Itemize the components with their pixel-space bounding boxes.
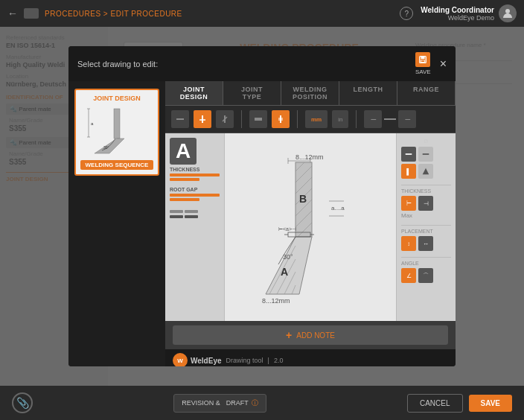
weldeye-logo: W WeldEye	[173, 353, 222, 366]
thickness-letter: A	[170, 138, 196, 165]
svg-text:⊢<a>⊣: ⊢<a>⊣	[278, 226, 296, 232]
joint-icon-3[interactable]	[216, 110, 234, 128]
tab-length[interactable]: LENGTH	[339, 81, 397, 105]
svg-rect-26	[278, 118, 283, 121]
dim-top: 8...12mm	[295, 153, 324, 161]
angle-right-label: ANGLE	[401, 261, 451, 266]
svg-text:30°: 30°	[103, 145, 109, 150]
svg-point-0	[505, 9, 510, 13]
position-icon-2[interactable]	[272, 110, 290, 128]
close-button[interactable]: ×	[440, 58, 447, 70]
right-controls: B	[396, 133, 456, 321]
thickness-right-label: THICKNESS	[401, 188, 451, 194]
top-navigation: ← PROCEDURES > EDIT PROCEDURE ? Welding …	[0, 0, 524, 27]
placement-icon-1[interactable]: ↕	[401, 236, 416, 251]
user-name: Welding Coordinator	[421, 6, 494, 14]
modal-tabs: JOINT DESIGN JOINT TYPE WELDING POSITION…	[165, 81, 456, 106]
b-icon-3[interactable]: ▌	[401, 164, 416, 179]
range-minus-2[interactable]: −	[398, 110, 416, 128]
user-sub: WeldEye Demo	[421, 14, 494, 22]
drawing-canvas: 8...12mm	[225, 133, 396, 321]
welding-sequence-label: WELDING SEQUENCE	[80, 160, 153, 170]
svg-rect-24	[255, 118, 262, 121]
b-icon-4[interactable]	[418, 164, 433, 179]
weldeye-separator: |	[268, 357, 269, 364]
joint-design-card[interactable]: JOINT DESIGN a	[74, 89, 159, 176]
icon-toolbar: mm in − −	[165, 106, 456, 133]
revision-label: REVISION &	[182, 399, 220, 407]
tab-range[interactable]: RANGE	[397, 81, 456, 105]
length-unit-in[interactable]: in	[332, 110, 348, 128]
modal-footer: W WeldEye Drawing tool | 2.0	[165, 349, 456, 366]
right-icons-group-b: B	[401, 138, 451, 179]
user-avatar	[499, 4, 517, 22]
joint-icon-2[interactable]	[194, 110, 211, 128]
drawing-editor-modal: Select drawing to edit: SAVE × JO	[68, 46, 456, 366]
svg-rect-10	[421, 57, 425, 59]
svg-text:a....a: a....a	[331, 205, 345, 211]
modal-save-label: SAVE	[415, 69, 431, 75]
save-icon	[415, 52, 430, 67]
svg-text:a: a	[91, 121, 94, 126]
back-button[interactable]: ←	[7, 7, 18, 19]
joint-design-label: JOINT DESIGN	[80, 95, 153, 102]
weldeye-name: WeldEye	[191, 357, 222, 365]
position-icon-1[interactable]	[249, 110, 267, 128]
range-minus-1[interactable]: −	[364, 110, 382, 128]
tab-joint-design[interactable]: JOINT DESIGN	[165, 81, 223, 105]
modal-header: Select drawing to edit: SAVE ×	[68, 46, 456, 81]
svg-text:30°: 30°	[283, 253, 293, 261]
joint-diagram: a 30°	[80, 105, 153, 157]
revision-draft-button[interactable]: REVISION & DRAFT ⓘ	[173, 394, 266, 413]
svg-marker-57	[423, 168, 429, 175]
range-controls: − −	[364, 110, 416, 128]
modal-right-panel: JOINT DESIGN JOINT TYPE WELDING POSITION…	[165, 81, 456, 366]
breadcrumb: PROCEDURES > EDIT PROCEDURE	[45, 10, 182, 18]
root-gap-label: ROOT GAP	[170, 187, 220, 192]
help-button[interactable]: ?	[400, 7, 413, 20]
save-button[interactable]: SAVE	[469, 395, 513, 412]
angle-icon-2[interactable]: ⌒	[418, 268, 433, 283]
modal-body: JOINT DESIGN a	[68, 81, 456, 366]
modal-overlay: Select drawing to edit: SAVE × JO	[0, 27, 524, 386]
right-panel-b-label: B	[401, 138, 451, 144]
svg-text:B: B	[299, 193, 307, 205]
svg-rect-11	[421, 60, 425, 63]
app-logo	[24, 8, 39, 19]
modal-left-panel: JOINT DESIGN a	[68, 81, 165, 366]
svg-text:A: A	[281, 266, 288, 278]
user-info: Welding Coordinator WeldEye Demo	[421, 4, 517, 22]
left-controls: A THICKNESS ROOT GAP	[165, 133, 225, 321]
plus-icon: +	[286, 329, 292, 341]
thickness-label: THICKNESS	[170, 167, 220, 172]
svg-rect-19	[176, 118, 184, 120]
angle-icon-1[interactable]: ∠	[401, 268, 416, 283]
svg-rect-12	[114, 109, 120, 139]
b-icon-1[interactable]	[401, 147, 416, 162]
add-note-row: + ADD NOTE	[165, 321, 456, 349]
b-icon-2[interactable]	[418, 147, 433, 162]
main-content: high quality welding co. WELDING PROCEDU…	[0, 27, 524, 386]
svg-text:8...12mm: 8...12mm	[262, 297, 290, 305]
joint-icon-1[interactable]	[171, 110, 189, 128]
weldeye-version: 2.0	[274, 357, 284, 364]
modal-title: Select drawing to edit:	[77, 60, 158, 69]
add-note-button[interactable]: + ADD NOTE	[173, 325, 448, 345]
placement-label: PLACEMENT	[401, 229, 451, 234]
cancel-button[interactable]: CANCEL	[407, 394, 463, 413]
attachment-button[interactable]: 📎	[12, 392, 33, 413]
weldeye-tool-label: Drawing tool	[226, 357, 263, 364]
revision-sub: DRAFT	[226, 399, 249, 407]
weldeye-icon: W	[173, 353, 188, 366]
modal-save-button[interactable]: SAVE	[415, 52, 431, 75]
tab-welding-position[interactable]: WELDING POSITION	[281, 81, 339, 105]
thickness-icon-2[interactable]: ⊣	[418, 196, 433, 211]
drawing-area: A THICKNESS ROOT GAP	[165, 133, 456, 321]
revision-info-icon: ⓘ	[252, 398, 258, 408]
add-note-label: ADD NOTE	[296, 331, 335, 340]
tab-joint-type[interactable]: JOINT TYPE	[223, 81, 281, 105]
thickness-icon-1[interactable]: ⊢	[401, 196, 416, 211]
bottom-bar: 📎 REVISION & DRAFT ⓘ CANCEL SAVE	[0, 386, 524, 420]
placement-icon-2[interactable]: ↔	[418, 236, 433, 251]
length-value: mm	[305, 110, 328, 128]
